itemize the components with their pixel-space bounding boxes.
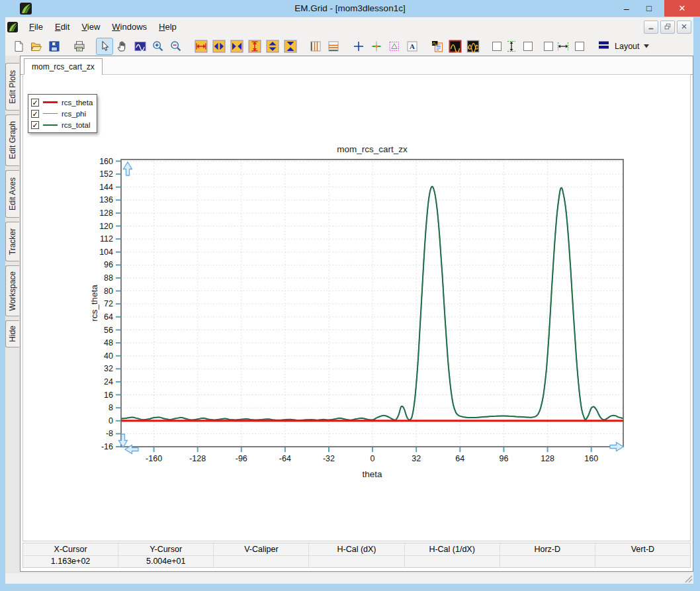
- document-close-button[interactable]: [677, 21, 691, 34]
- svg-text:24: 24: [104, 377, 113, 386]
- status-value-vert-d: [595, 556, 690, 568]
- toolbar-zoom-window-button[interactable]: [132, 38, 148, 54]
- chart-legend: ✓rcs_theta✓rcs_phi✓rcs_total: [28, 94, 97, 133]
- toolbar-shrink-horizontal-button[interactable]: [229, 38, 245, 54]
- svg-text:160: 160: [99, 157, 113, 166]
- toolbar-new-file-button[interactable]: [11, 38, 26, 54]
- toolbar-expand-horizontal-button[interactable]: [211, 38, 227, 54]
- svg-text:152: 152: [99, 169, 113, 179]
- svg-text:80: 80: [104, 287, 113, 296]
- sidebar-tab-workspace[interactable]: Workspace: [5, 265, 19, 316]
- toolbar-layout-menu-button[interactable]: Layout: [593, 36, 653, 56]
- legend-checkbox-rcs_theta[interactable]: ✓: [31, 99, 39, 107]
- toolbar-save-file-button[interactable]: [46, 38, 62, 54]
- toolbar-select-pointer-button[interactable]: [97, 38, 112, 54]
- plot-document-panel: mom_rcs_cart_zx 160152144136128120112104…: [20, 56, 693, 572]
- toolbar-zoom-out-button[interactable]: [168, 38, 184, 54]
- sidebar-tab-hide[interactable]: Hide: [5, 320, 19, 347]
- toolbar-caliper-button[interactable]: [386, 38, 402, 54]
- svg-text:32: 32: [412, 454, 421, 463]
- sidebar-tab-edit-plots[interactable]: Edit Plots: [5, 63, 19, 111]
- toolbar-print-button[interactable]: [71, 38, 87, 54]
- svg-text:-64: -64: [279, 454, 291, 463]
- menu-windows[interactable]: Windows: [106, 19, 153, 35]
- menu-file[interactable]: File: [23, 19, 49, 35]
- layout-label: Layout: [615, 42, 640, 51]
- document-minimize-button[interactable]: [644, 21, 658, 34]
- svg-text:-8: -8: [106, 429, 113, 438]
- svg-text:144: 144: [99, 183, 113, 192]
- horizontal-spacing-icon: [556, 40, 570, 53]
- menu-view[interactable]: View: [75, 19, 106, 35]
- toolbar-vertical-spacing-button[interactable]: [503, 38, 519, 54]
- status-value-y-cursor: 5.004e+01: [118, 556, 214, 568]
- sidebar-tab-label: Workspace: [8, 271, 17, 311]
- legend-item-rcs_phi: ✓rcs_phi: [31, 108, 93, 119]
- toolbar-horizontal-markers-button[interactable]: [326, 38, 341, 54]
- svg-text:-16: -16: [101, 442, 113, 451]
- toolbar: ALayout: [5, 36, 693, 56]
- svg-text:160: 160: [584, 454, 598, 463]
- toolbar-open-file-button[interactable]: [28, 38, 44, 54]
- legend-label: rcs_total: [62, 121, 90, 129]
- zoom-in-icon: [152, 40, 165, 53]
- svg-text:-32: -32: [323, 454, 335, 463]
- toolbar-zoom-in-button[interactable]: [150, 38, 166, 54]
- toolbar-v-space-checkbox-left-button[interactable]: [490, 38, 503, 54]
- document-restore-button[interactable]: [660, 21, 675, 34]
- toolbar-vertical-markers-button[interactable]: [308, 38, 324, 54]
- svg-text:A: A: [410, 42, 415, 50]
- toolbar-show-curve-button[interactable]: [447, 38, 463, 54]
- minimize-icon: [647, 21, 655, 33]
- pan-hand-icon: [116, 40, 129, 53]
- legend-checkbox-rcs_phi[interactable]: ✓: [31, 110, 39, 118]
- sidebar-tab-edit-graph[interactable]: Edit Graph: [5, 114, 19, 166]
- sidebar-tab-edit-axes[interactable]: Edit Axes: [5, 170, 19, 218]
- cursor-status-bar: X-CursorY-CursorV-CaliperH-Cal (dX)H-Cal…: [22, 543, 691, 568]
- toolbar-crosshair-cursor-button[interactable]: [351, 38, 367, 54]
- status-label-x-cursor: X-Cursor: [23, 543, 118, 555]
- menu-help[interactable]: Help: [153, 19, 183, 35]
- window-minimize-button[interactable]: –: [617, 0, 636, 17]
- tracker-cursor-icon: [370, 40, 383, 53]
- legend-label: rcs_phi: [62, 110, 86, 118]
- toolbar-fit-height-button[interactable]: [247, 38, 263, 54]
- close-icon: [680, 21, 688, 33]
- toolbar-plot-properties-button[interactable]: [429, 38, 445, 54]
- toolbar-h-space-checkbox-left-button[interactable]: [542, 38, 554, 54]
- svg-text:40: 40: [104, 351, 113, 361]
- status-label-horz-d: Horz-D: [500, 543, 595, 555]
- svg-text:104: 104: [99, 248, 113, 257]
- toolbar-pan-hand-button[interactable]: [114, 38, 130, 54]
- window-close-button[interactable]: ✕: [664, 0, 700, 17]
- svg-text:112: 112: [100, 234, 113, 244]
- toolbar-fit-width-button[interactable]: [193, 38, 209, 54]
- toolbar-h-space-checkbox-right-button[interactable]: [573, 38, 586, 54]
- menu-edit[interactable]: Edit: [49, 19, 75, 35]
- toolbar-v-space-checkbox-right-button[interactable]: [521, 38, 534, 54]
- new-file-icon: [12, 40, 25, 53]
- chart-area[interactable]: 1601521441361281201121049688807264564840…: [22, 74, 691, 541]
- chart-canvas[interactable]: 1601521441361281201121049688807264564840…: [23, 75, 691, 541]
- svg-text:-96: -96: [236, 454, 247, 463]
- resize-grip[interactable]: [680, 573, 693, 584]
- legend-checkbox-rcs_total[interactable]: ✓: [31, 121, 39, 129]
- document-tab[interactable]: mom_rcs_cart_zx: [24, 58, 103, 75]
- toolbar-show-curves-button[interactable]: [465, 38, 481, 54]
- sidebar-tab-label: Hide: [8, 326, 17, 342]
- y-axis-label: rcs_theta: [89, 285, 99, 322]
- toolbar-text-annotation-button[interactable]: A: [404, 38, 420, 54]
- status-value-x-cursor: 1.163e+02: [23, 556, 118, 568]
- window-bottom-strip: [5, 573, 693, 584]
- toolbar-expand-vertical-button[interactable]: [265, 38, 281, 54]
- status-label-vert-d: Vert-D: [595, 543, 690, 555]
- legend-line-sample: [43, 124, 58, 126]
- svg-text:72: 72: [104, 299, 113, 308]
- sidebar-tab-tracker[interactable]: Tracker: [5, 222, 19, 261]
- caliper-icon: [388, 40, 401, 53]
- svg-text:16: 16: [104, 390, 113, 400]
- toolbar-horizontal-spacing-button[interactable]: [555, 38, 571, 54]
- toolbar-shrink-vertical-button[interactable]: [283, 38, 298, 54]
- toolbar-tracker-cursor-button[interactable]: [369, 38, 384, 54]
- window-maximize-button[interactable]: □: [639, 0, 659, 17]
